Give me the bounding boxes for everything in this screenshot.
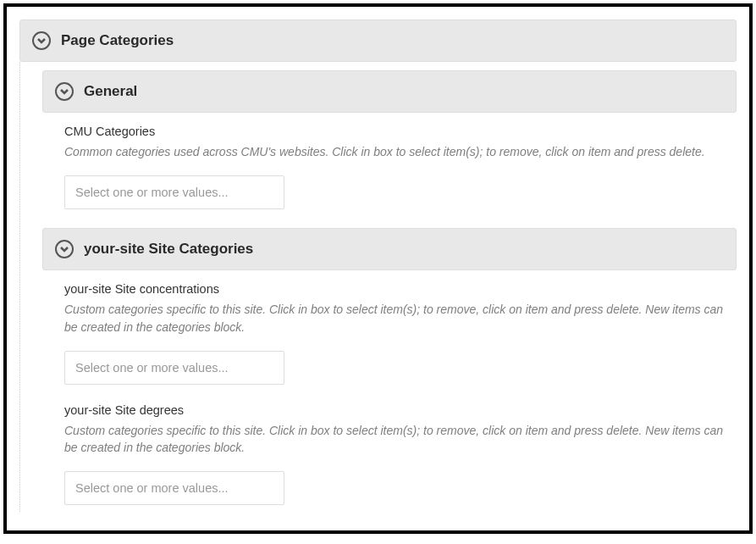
degrees-help: Custom categories specific to this site.… [64, 422, 733, 457]
page-categories-title: Page Categories [61, 32, 174, 49]
general-title: General [84, 83, 137, 100]
site-categories-title: your-site Site Categories [84, 241, 253, 258]
page-categories-header[interactable]: Page Categories [19, 19, 737, 62]
site-categories-panel: your-site Site Categories your-site Site… [42, 228, 737, 512]
concentrations-field: your-site Site concentrations Custom cat… [42, 270, 737, 391]
general-panel: General CMU Categories Common categories… [42, 70, 737, 216]
app-frame: Page Categories General CMU Categories C… [3, 3, 753, 534]
cmu-categories-input[interactable]: Select one or more values... [64, 175, 284, 209]
chevron-down-icon[interactable] [32, 31, 51, 50]
page-categories-body: General CMU Categories Common categories… [19, 62, 737, 512]
cmu-categories-help: Common categories used across CMU's webs… [64, 143, 733, 160]
chevron-down-icon[interactable] [55, 240, 74, 258]
page-categories-panel: Page Categories General CMU Categories C… [19, 19, 737, 512]
concentrations-input[interactable]: Select one or more values... [64, 351, 284, 385]
cmu-categories-label: CMU Categories [64, 125, 733, 138]
degrees-label: your-site Site degrees [64, 403, 733, 417]
chevron-down-icon[interactable] [55, 82, 74, 101]
concentrations-help: Custom categories specific to this site.… [64, 301, 733, 336]
degrees-field: your-site Site degrees Custom categories… [42, 391, 737, 513]
cmu-categories-field: CMU Categories Common categories used ac… [42, 113, 737, 216]
general-header[interactable]: General [42, 70, 737, 113]
concentrations-label: your-site Site concentrations [64, 282, 733, 296]
degrees-input[interactable]: Select one or more values... [64, 471, 284, 505]
site-categories-header[interactable]: your-site Site Categories [42, 228, 737, 270]
